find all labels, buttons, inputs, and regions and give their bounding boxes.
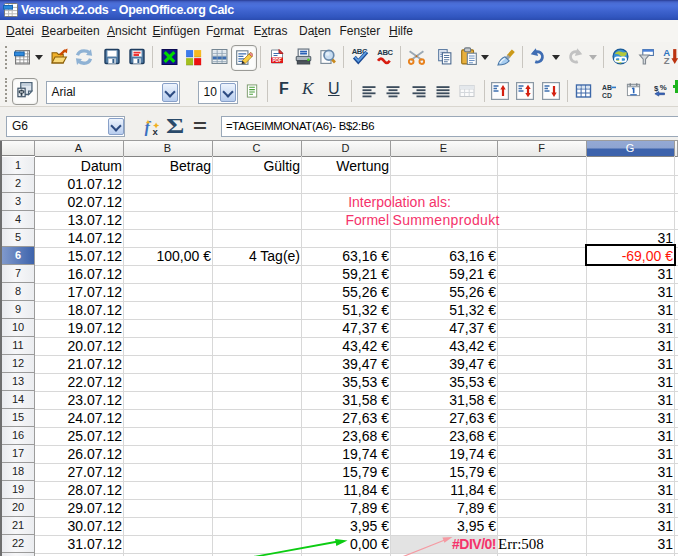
svg-text:Z: Z bbox=[663, 55, 669, 65]
svg-text:x: x bbox=[152, 126, 158, 136]
svg-text:PDF: PDF bbox=[272, 58, 281, 63]
svg-text:CD: CD bbox=[602, 92, 612, 99]
svg-text:%: % bbox=[659, 83, 666, 92]
svg-text:AB: AB bbox=[602, 84, 612, 91]
svg-text:ABC: ABC bbox=[377, 48, 393, 57]
